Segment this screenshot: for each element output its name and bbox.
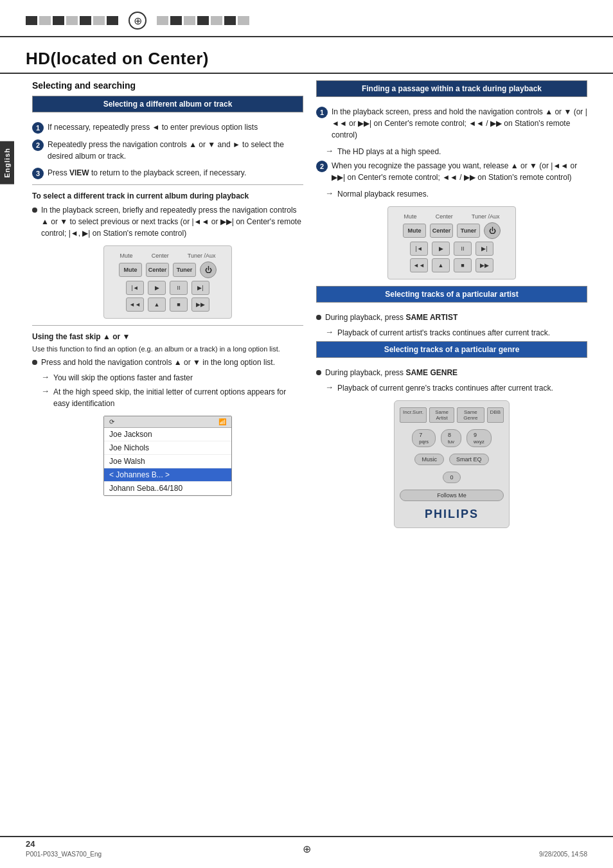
bar-block [80, 16, 91, 25]
footer-compass-icon: ⊕ [303, 843, 311, 855]
arrow-icon6: → [325, 382, 333, 392]
remote-row-r3: ◄◄ ▲ ■ ▶▶ [410, 258, 493, 272]
right-column: Finding a passage within a track during … [316, 80, 587, 535]
bar-block [157, 16, 168, 25]
remote-row-r2: |◄ ▶ II ▶| [410, 242, 493, 256]
remote-tuner-btn-r[interactable]: Tuner [457, 224, 480, 238]
philips-smart-eq-btn[interactable]: Smart EQ [449, 454, 489, 465]
philips-btn-9[interactable]: 9wxyz [466, 429, 492, 447]
bar-block [224, 16, 236, 25]
philips-brand: PHILIPS [425, 508, 479, 521]
list-item-2: Joe Nichols [104, 441, 231, 455]
step2-item: 2 Repeatedly press the navigation contro… [32, 139, 303, 162]
remote-ffw-btn-r[interactable]: ▶▶ [475, 258, 493, 272]
remote-mute-btn-r[interactable]: Mute [403, 224, 426, 238]
left-column: Selecting and searching Selecting a diff… [32, 80, 303, 535]
list-item-3: Joe Walsh [104, 455, 231, 468]
top-bar-pattern-right [157, 16, 249, 25]
arrow-icon2: → [41, 386, 49, 396]
artist-bullet-dot [316, 315, 321, 320]
philips-music-btn[interactable]: Music [414, 454, 444, 465]
step3-text: Press VIEW to return to the playback scr… [48, 167, 246, 179]
remote-pause-btn-r[interactable]: II [454, 242, 472, 256]
remote-stop-btn[interactable]: ■ [170, 297, 188, 312]
arrow-icon5: → [325, 327, 333, 337]
remote-stop-btn-r[interactable]: ■ [454, 258, 472, 272]
footer-date: 9/28/2005, 14:58 [539, 851, 587, 858]
same-genre-btn[interactable]: Same Genre [457, 407, 484, 423]
list-item-1: Joe Jackson [104, 428, 231, 441]
remote-next-btn[interactable]: ▶| [191, 281, 209, 295]
step3-item: 3 Press VIEW to return to the playback s… [32, 167, 303, 179]
genre-bullet1: During playback, press SAME GENRE [316, 367, 587, 378]
bar-block [53, 16, 64, 25]
remote-row2: |◄ ▶ II ▶| [126, 281, 209, 295]
bottom-bar: P001-P033_WAS700_Eng ⊕ 9/28/2005, 14:58 [0, 836, 613, 868]
remote-center-btn[interactable]: Center [146, 263, 169, 277]
remote-prev-btn[interactable]: |◄ [126, 281, 144, 295]
bar-block [26, 16, 37, 25]
dbb-btn[interactable]: DBB [487, 407, 504, 423]
section-title: Selecting and searching [32, 80, 303, 91]
remote-pause-btn[interactable]: II [170, 281, 188, 295]
right-step2-number: 2 [316, 161, 328, 172]
top-bar-pattern-left [26, 16, 118, 25]
remote-power-btn-r[interactable]: ⏻ [484, 222, 501, 239]
step3-prefix: Press [48, 168, 69, 177]
list-header-icon1: ⟳ [109, 418, 114, 425]
follows-me-btn[interactable]: Follows Me [400, 490, 504, 501]
fast-skip-arrow2-text: At the high speed skip, the initial lett… [53, 386, 303, 409]
bar-block [66, 16, 78, 25]
same-artist-btn[interactable]: Same Artist [429, 407, 454, 423]
right-step2-item: 2 When you recognize the passage you wan… [316, 160, 587, 183]
bar-block [184, 16, 195, 25]
philips-btn-0[interactable]: 0 [443, 472, 460, 483]
genre-bullet-dot [316, 370, 321, 375]
remote-play-btn[interactable]: ▶ [148, 281, 166, 295]
right-step1-item: 1 In the playback screen, press and hold… [316, 106, 587, 141]
bullet1-item: In the playback screen, briefly and repe… [32, 204, 303, 239]
remote-tuner-btn[interactable]: Tuner [173, 263, 196, 277]
genre-bullet-prefix: During playback, press [325, 368, 405, 377]
fast-skip-bullet1: Press and hold the navigation controls ▲… [32, 357, 303, 368]
remote-up-btn-r[interactable]: ▲ [432, 258, 450, 272]
arrow-icon4: → [325, 188, 333, 198]
fast-skip-arrow2: → At the high speed skip, the initial le… [41, 386, 303, 409]
divider2 [32, 325, 303, 326]
right-step1-arrow: → The HD plays at a high speed. [325, 146, 587, 157]
remote-labels: Mute Center Tuner /Aux [111, 252, 225, 259]
philips-num-row1: 7pqrs 8tuv 9wxyz [412, 428, 491, 448]
subsection1-header: Selecting a different album or track [33, 96, 303, 112]
section3-box: Selecting tracks of a particular genre [316, 341, 587, 358]
fast-skip-arrow1-text: You will skip the options faster and fas… [53, 372, 193, 384]
remote-rew-btn[interactable]: ◄◄ [126, 297, 144, 312]
step3-key: VIEW [69, 168, 89, 177]
artist-bullet1-text: During playback, press SAME ARTIST [325, 312, 458, 323]
subsection2-label: To select a different track in current a… [32, 191, 303, 200]
genre-arrow1-text: Playback of current genre's tracks conti… [337, 382, 553, 394]
remote-prev-btn-r[interactable]: |◄ [410, 242, 428, 256]
remote-up-btn[interactable]: ▲ [148, 297, 166, 312]
philips-btn-7[interactable]: 7pqrs [412, 429, 436, 447]
remote-center-btn-r[interactable]: Center [430, 224, 453, 238]
remote-labels-right: Mute Center Tuner /Aux [395, 213, 509, 220]
remote-play-btn-r[interactable]: ▶ [432, 242, 450, 256]
arrow-icon3: → [325, 146, 333, 155]
remote-ffw-btn[interactable]: ▶▶ [191, 297, 209, 312]
remote-next-btn-r[interactable]: ▶| [475, 242, 493, 256]
artist-arrow1-text: Playback of current artist's tracks cont… [337, 327, 550, 339]
genre-bullet-key: SAME GENRE [405, 368, 458, 377]
remote-diagram-right: Mute Center Tuner /Aux Mute Center Tuner… [387, 206, 516, 279]
remote-power-btn[interactable]: ⏻ [200, 261, 217, 278]
philips-mid-row: Music Smart EQ [414, 452, 488, 466]
genre-arrow1: → Playback of current genre's tracks con… [325, 382, 587, 394]
remote-rew-btn-r[interactable]: ◄◄ [410, 258, 428, 272]
incr-surr-btn[interactable]: Incr.Surr. [400, 407, 427, 423]
remote-mute-btn[interactable]: Mute [119, 263, 142, 277]
language-tab: English [0, 141, 14, 184]
section3-header: Selecting tracks of a particular genre [317, 342, 587, 357]
philips-btn-8[interactable]: 8tuv [441, 429, 461, 447]
remote-center-label-r: Center [436, 213, 453, 220]
remote-row3: ◄◄ ▲ ■ ▶▶ [126, 297, 209, 312]
remote-mute-label-r: Mute [404, 213, 417, 220]
